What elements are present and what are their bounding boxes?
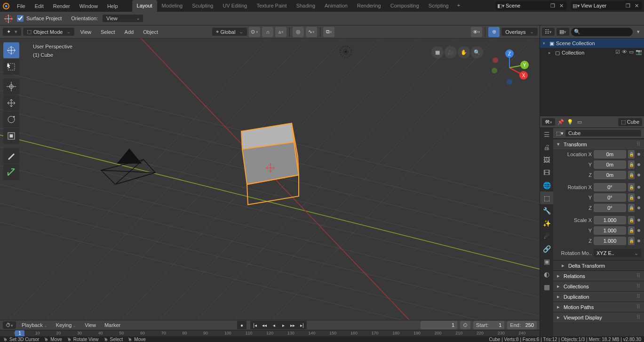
transform-orientation-dropdown[interactable]: ⌖Global⌄ [212, 28, 247, 36]
rot-y-field[interactable]: 0° [594, 193, 626, 202]
tab-output[interactable]: 🖨 [540, 141, 553, 153]
tool-move[interactable] [3, 79, 19, 95]
workspace-tab-compositing[interactable]: Compositing [386, 0, 424, 12]
outliner-display-dropdown[interactable]: ▤▾ [557, 28, 569, 36]
orientation-dropdown[interactable]: View [103, 15, 143, 22]
panel-collections[interactable]: ▸Collections⠿ [553, 281, 644, 291]
viewlayer-browse-icon[interactable]: ▤▾ [572, 2, 580, 9]
proportional-dropdown[interactable]: ∿▾ [306, 27, 317, 37]
delete-viewlayer-button[interactable]: ✕ [633, 2, 640, 9]
view-zoom-button[interactable]: 🔍 [471, 46, 483, 58]
viewlayer-selector[interactable]: ▤▾ ❐ ✕ [571, 1, 642, 10]
tab-render[interactable]: ☰ [540, 128, 553, 141]
anim-dot[interactable] [637, 163, 640, 166]
menu-render[interactable]: Render [48, 1, 75, 11]
prev-key-button[interactable]: ◂◂ [260, 321, 269, 329]
outliner-search-input[interactable]: 🔍 [571, 28, 633, 36]
outliner[interactable]: ▾▣ Scene Collection ▸▢ Collection ☑ 👁 ▭ … [540, 39, 644, 116]
render-toggle[interactable]: 📷 [636, 49, 642, 55]
current-frame-field[interactable]: 1 [421, 321, 457, 329]
menu-window[interactable]: Window [75, 1, 103, 11]
panel-delta-transform[interactable]: ▸Delta Transform [553, 260, 644, 270]
menu-help[interactable]: Help [103, 1, 123, 11]
outliner-editor-dropdown[interactable]: ☷▾ [542, 28, 555, 36]
proportional-toggle[interactable]: ◎ [293, 27, 304, 37]
select-toggle[interactable]: ▭ [629, 49, 634, 55]
anim-dot[interactable] [637, 239, 640, 242]
tool-select-box[interactable] [3, 59, 19, 75]
scl-y-field[interactable]: 1.000 [594, 226, 626, 235]
anim-dot[interactable] [637, 153, 640, 156]
tool-annotate[interactable] [3, 148, 19, 164]
anim-dot[interactable] [637, 207, 640, 209]
lock-icon[interactable]: 🔒 [628, 226, 635, 235]
workspace-tab-uv[interactable]: UV Editing [218, 0, 252, 12]
visibility-dropdown[interactable]: 👁▾ [471, 27, 482, 37]
workspace-tab-sculpting[interactable]: Sculpting [187, 0, 218, 12]
select-menu[interactable]: Select [97, 28, 119, 36]
workspace-tab-scripting[interactable]: Scripting [424, 0, 453, 12]
jump-start-button[interactable]: |◂ [250, 321, 260, 329]
editor-type-dropdown[interactable]: ✦▾ [3, 28, 21, 36]
tool-transform[interactable] [3, 95, 19, 111]
lock-icon[interactable]: 🔒 [628, 193, 635, 202]
gizmo-toggle[interactable]: ⊕ [488, 27, 500, 37]
timeline-view-menu[interactable]: View [82, 321, 99, 329]
tool-scale[interactable] [3, 128, 19, 144]
tab-mesh[interactable]: ▣ [540, 255, 553, 268]
end-frame-field[interactable]: End:250 [507, 321, 537, 329]
view-camera-button[interactable]: ▦ [431, 46, 444, 58]
prop-pin-icon[interactable]: 📌 [557, 118, 564, 126]
tab-particles[interactable]: ✨ [540, 217, 553, 230]
panel-motion-paths[interactable]: ▸Motion Paths⠿ [553, 302, 644, 312]
panel-duplication[interactable]: ▸Duplication⠿ [553, 291, 644, 302]
panel-relations[interactable]: ▸Relations⠿ [553, 270, 644, 281]
timeline-marker-menu[interactable]: Marker [102, 321, 123, 329]
menu-file[interactable]: File [12, 1, 30, 11]
scl-z-field[interactable]: 1.000 [594, 237, 626, 245]
timeline-ruler[interactable]: 1 01020304050607080901001101201301401501… [0, 330, 540, 337]
tab-physics[interactable]: ☄ [540, 230, 553, 242]
prop-data-dropdown[interactable]: ⬚ Cube [618, 118, 642, 126]
menu-edit[interactable]: Edit [30, 1, 48, 11]
scene-selector[interactable]: ◧▾ ❐ ✕ [495, 1, 567, 10]
anim-dot[interactable] [637, 229, 640, 232]
lock-icon[interactable]: 🔒 [628, 150, 635, 159]
timeline-keying-menu[interactable]: Keying⌄ [53, 321, 80, 329]
delete-scene-button[interactable]: ✕ [557, 2, 565, 9]
lock-icon[interactable]: 🔒 [628, 216, 635, 224]
scene-browse-icon[interactable]: ◧▾ [497, 2, 505, 9]
add-workspace-button[interactable]: + [453, 0, 464, 12]
3d-viewport[interactable]: User Perspective (1) Cube ▦ 🎥 ✋ 🔍 Z Y X [0, 39, 540, 320]
next-key-button[interactable]: ▸▸ [288, 321, 297, 329]
prop-misc-icon[interactable]: ▭ [576, 118, 583, 126]
snap-toggle[interactable]: ∩ [262, 27, 273, 37]
workspace-tab-texpaint[interactable]: Texture Paint [252, 0, 291, 12]
tab-constraints[interactable]: 🔗 [540, 242, 553, 255]
rotmode-dropdown[interactable]: XYZ E..⌄ [594, 249, 641, 257]
scene-name-input[interactable] [506, 3, 548, 8]
anim-dot[interactable] [637, 219, 640, 222]
viewlayer-name-input[interactable] [581, 3, 623, 8]
new-scene-button[interactable]: ❐ [549, 2, 557, 9]
outliner-scene-collection[interactable]: ▾▣ Scene Collection [540, 39, 644, 48]
exclude-toggle[interactable]: ☑ [615, 49, 620, 55]
panel-transform[interactable]: ▾Transform⠿ [553, 139, 644, 149]
properties-editor-dropdown[interactable]: 🛠▾ [542, 118, 555, 126]
tool-rotate[interactable] [3, 111, 19, 127]
range-toggle[interactable]: ⏲ [460, 321, 470, 329]
panel-viewport-display[interactable]: ▸Viewport Display⠿ [553, 312, 644, 322]
tab-texture[interactable]: ▦ [540, 280, 553, 293]
surface-project-checkbox[interactable]: Surface Project [17, 15, 62, 22]
mode-dropdown[interactable]: ⬚ Object Mode ⌄ [23, 28, 74, 36]
jump-end-button[interactable]: ▸| [297, 321, 307, 329]
tab-object[interactable]: ⬚ [540, 191, 553, 204]
lock-icon[interactable]: 🔒 [628, 171, 635, 179]
add-menu[interactable]: Add [121, 28, 138, 36]
tool-cursor[interactable] [3, 42, 19, 58]
workspace-tab-rendering[interactable]: Rendering [352, 0, 386, 12]
timeline-editor-dropdown[interactable]: ⏱▾ [3, 321, 16, 329]
new-viewlayer-button[interactable]: ❐ [624, 2, 632, 9]
outliner-filter-button[interactable]: ▾ [635, 28, 642, 36]
anim-dot[interactable] [637, 196, 640, 199]
